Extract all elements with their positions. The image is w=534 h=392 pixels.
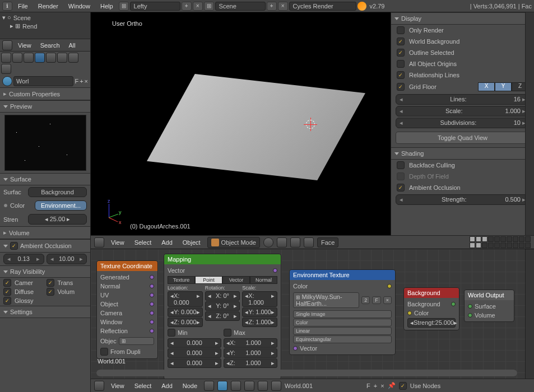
- preview-header[interactable]: Preview: [0, 100, 90, 113]
- node-environment-texture[interactable]: Environment Texture Color ⊞ MilkyWay.Sun…: [289, 269, 396, 355]
- node-view-menu[interactable]: View: [108, 381, 128, 390]
- envtex-colorspace-dropdown[interactable]: Color: [293, 319, 392, 326]
- ao-distance-input[interactable]: ◂10.00▸: [47, 254, 87, 264]
- envtex-source-dropdown[interactable]: Single Image: [293, 310, 392, 318]
- render-engine-dropdown[interactable]: Cycles Render: [289, 2, 356, 11]
- custom-properties-header[interactable]: ▸Custom Properties: [0, 87, 90, 100]
- scl-z-input[interactable]: ◂Z: 1.000▸: [242, 318, 277, 327]
- node-editor-vscrollbar[interactable]: [525, 249, 534, 392]
- tree-type-texture-icon[interactable]: [271, 381, 281, 391]
- background-strength-input[interactable]: ◂Strengt:25.000▸: [407, 318, 456, 328]
- menu-file[interactable]: File: [13, 2, 32, 11]
- mapping-tab-texture[interactable]: Texture: [168, 276, 195, 284]
- node-background[interactable]: Background Background Color ◂Strengt:25.…: [403, 287, 459, 330]
- image-datablock-dropdown[interactable]: ⊞ MilkyWay.Sun-HalfEarth...: [293, 292, 359, 308]
- outliner-view-menu[interactable]: View: [15, 41, 35, 50]
- editor-type-node-icon[interactable]: [94, 381, 104, 391]
- ao-enable-checkbox[interactable]: [10, 242, 18, 250]
- layout-add-button[interactable]: +: [182, 2, 192, 11]
- display-panel-header[interactable]: Display: [391, 12, 534, 25]
- node-header[interactable]: Texture Coordinate: [97, 261, 157, 271]
- editor-type-icon[interactable]: ℹ: [2, 2, 12, 11]
- editor-type-3dview-icon[interactable]: [94, 237, 104, 248]
- strength-value[interactable]: ◂ 25.00 ▸: [28, 214, 87, 225]
- 3dview-object-menu[interactable]: Object: [179, 238, 204, 247]
- scene-add-button[interactable]: +: [267, 2, 277, 11]
- shader-type-world-icon[interactable]: [217, 381, 227, 391]
- outline-selected-checkbox[interactable]: [397, 49, 405, 57]
- 3dview-select-menu[interactable]: Select: [131, 238, 155, 247]
- world-fake-user-2[interactable]: F: [366, 382, 370, 389]
- menu-window[interactable]: Window: [64, 2, 95, 11]
- world-fake-user[interactable]: F: [75, 78, 78, 85]
- layer-buttons[interactable]: [470, 236, 531, 248]
- grid-floor-checkbox[interactable]: [397, 83, 405, 91]
- tab-render-icon[interactable]: [1, 53, 11, 63]
- envtex-projection-dropdown[interactable]: Equirectangular: [293, 335, 392, 343]
- 3dview-add-menu[interactable]: Add: [158, 238, 176, 247]
- tab-data-icon[interactable]: [1, 64, 11, 74]
- node-world-output[interactable]: World Output Surface Volume: [464, 290, 514, 322]
- grid-lines-input[interactable]: ◂Lines:16 ▸: [396, 94, 530, 105]
- surface-header[interactable]: Surface: [0, 173, 90, 185]
- tab-object-icon[interactable]: [46, 53, 56, 63]
- ray-glossy-checkbox[interactable]: [3, 297, 11, 305]
- viewport-scrollbar[interactable]: [525, 12, 534, 235]
- mapping-max-checkbox[interactable]: [224, 329, 231, 337]
- image-unlink[interactable]: ×: [383, 296, 392, 304]
- node-editor-scrollbar[interactable]: [96, 370, 517, 376]
- node-editor[interactable]: Texture Coordinate Generated Normal UV O…: [91, 249, 534, 392]
- loc-x-input[interactable]: ◂X: 0.000▸: [168, 291, 203, 307]
- manipulator-icon[interactable]: [290, 237, 300, 248]
- surface-type-dropdown[interactable]: Background: [28, 187, 87, 197]
- node-header[interactable]: Environment Texture: [290, 270, 395, 280]
- node-select-menu[interactable]: Select: [131, 381, 155, 390]
- ao-factor-input[interactable]: ◂0.13▸: [3, 254, 44, 264]
- menu-render[interactable]: Render: [34, 2, 63, 11]
- layout-remove-button[interactable]: ×: [193, 2, 203, 11]
- ray-camera-checkbox[interactable]: [3, 279, 11, 287]
- mapping-tab-vector[interactable]: Vector: [222, 276, 250, 284]
- envtex-interpolation-dropdown[interactable]: Linear: [293, 327, 392, 335]
- ray-trans-checkbox[interactable]: [47, 279, 54, 287]
- screen-layout-dropdown[interactable]: Lefty: [130, 2, 180, 11]
- mode-dropdown[interactable]: Object Mode: [207, 237, 260, 248]
- 3dview-view-menu[interactable]: View: [108, 238, 128, 247]
- tree-type-shader-icon[interactable]: [244, 381, 254, 391]
- rot-x-input[interactable]: ◂X: 0°▸: [205, 291, 240, 301]
- tab-world-icon[interactable]: [35, 53, 45, 63]
- world-bg-checkbox[interactable]: [397, 38, 405, 45]
- mapping-min-checkbox[interactable]: [168, 329, 175, 337]
- tab-layers-icon[interactable]: [12, 53, 22, 63]
- volume-header[interactable]: ▸Volume: [0, 226, 90, 239]
- toggle-quad-view-button[interactable]: Toggle Quad View: [396, 132, 530, 144]
- grid-y-toggle[interactable]: Y: [495, 82, 512, 91]
- use-nodes-checkbox[interactable]: [399, 382, 407, 390]
- mapping-tab-point[interactable]: Point: [195, 276, 222, 284]
- shader-type-object-icon[interactable]: [204, 381, 214, 391]
- scl-x-input[interactable]: ◂X: 1.000▸: [242, 291, 277, 307]
- world-unlink-button[interactable]: ×: [85, 78, 88, 85]
- manipulator-translate-icon[interactable]: [304, 237, 314, 248]
- grid-scale-input[interactable]: ◂Scale:1.000 ▸: [396, 106, 530, 116]
- tab-constraint-icon[interactable]: [57, 53, 67, 63]
- image-fake-user[interactable]: F: [372, 296, 381, 304]
- pivot-icon[interactable]: [277, 237, 287, 248]
- tree-type-compositor-icon[interactable]: [258, 381, 268, 391]
- world-unlink-button-2[interactable]: ×: [380, 382, 384, 389]
- menu-help[interactable]: Help: [96, 2, 118, 11]
- orientation-dropdown[interactable]: Face: [317, 237, 338, 248]
- shading-panel-header[interactable]: Shading: [391, 147, 534, 160]
- grid-x-toggle[interactable]: X: [478, 82, 495, 91]
- object-picker[interactable]: ⊞: [119, 337, 154, 345]
- grid-subdivisions-input[interactable]: ◂Subdivisions:10 ▸: [396, 118, 530, 128]
- scene-remove-button[interactable]: ×: [278, 2, 288, 11]
- world-datablock-dropdown[interactable]: Worl: [13, 76, 73, 86]
- color-socket-icon[interactable]: [3, 203, 8, 208]
- ray-diffuse-checkbox[interactable]: [3, 288, 11, 296]
- scene-dropdown[interactable]: Scene: [215, 2, 266, 11]
- shader-type-line-icon[interactable]: [231, 381, 241, 391]
- ambient-occlusion-header[interactable]: Ambient Occlusion: [0, 239, 90, 253]
- world-add-button-2[interactable]: +: [374, 382, 377, 389]
- mapping-tab-normal[interactable]: Normal: [250, 276, 277, 284]
